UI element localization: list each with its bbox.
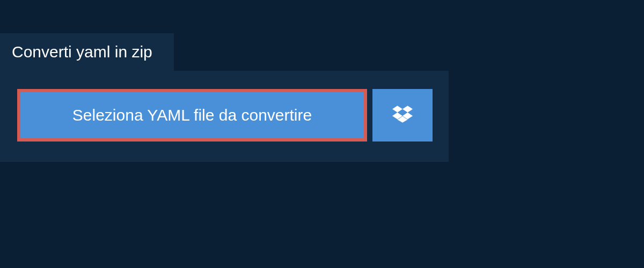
tab-label: Converti yaml in zip (12, 43, 152, 61)
active-tab[interactable]: Converti yaml in zip (0, 33, 174, 71)
actions-panel: Seleziona YAML file da convertire (0, 71, 449, 162)
dropbox-icon (392, 104, 413, 126)
select-file-button[interactable]: Seleziona YAML file da convertire (17, 89, 367, 142)
select-file-label: Seleziona YAML file da convertire (72, 106, 312, 124)
dropbox-button[interactable] (372, 89, 433, 142)
